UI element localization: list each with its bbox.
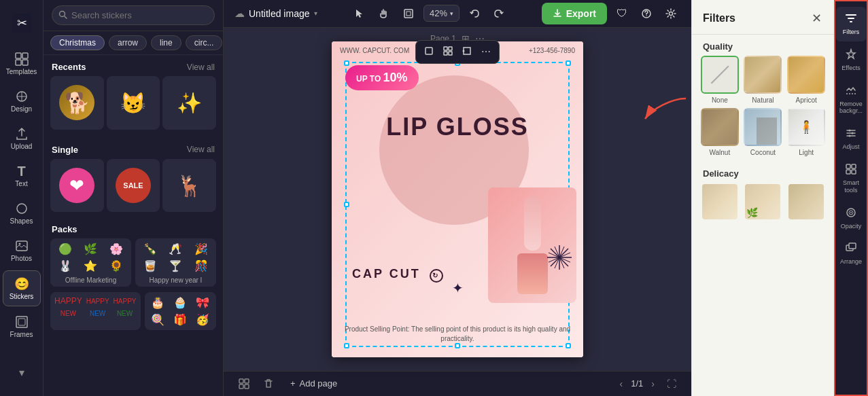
svg-point-17 bbox=[670, 12, 673, 15]
filter-coconut[interactable]: Coconut bbox=[744, 108, 783, 156]
right-icon-bar: Filters Effects Remove backgr... Ad bbox=[834, 0, 868, 396]
delete-page-btn[interactable] bbox=[259, 374, 278, 393]
frame-tool-btn[interactable] bbox=[399, 4, 418, 23]
filter-d3[interactable] bbox=[786, 183, 826, 221]
search-input[interactable] bbox=[52, 5, 215, 25]
export-btn[interactable]: Export bbox=[542, 3, 607, 24]
pack-newyear[interactable]: 🍾🥂🎉 🥃🍸🎊 Happy new year I bbox=[135, 238, 216, 287]
templates-icon bbox=[14, 52, 29, 67]
svg-point-9 bbox=[18, 243, 20, 245]
smart-tools-icon bbox=[845, 163, 857, 178]
pack-offline2[interactable]: HAPPYHAPPYHAPPY NEWNEWNEW bbox=[50, 292, 141, 330]
filter-d1[interactable] bbox=[700, 183, 740, 221]
right-icon-smart-tools[interactable]: Smart tools bbox=[836, 158, 866, 200]
svg-rect-46 bbox=[852, 170, 856, 174]
single-view-all[interactable]: View all bbox=[187, 145, 215, 154]
file-dropdown-icon: ▾ bbox=[314, 10, 317, 17]
sticker-dog[interactable]: 🐕 bbox=[50, 76, 104, 130]
right-icon-opacity[interactable]: Opacity bbox=[836, 201, 866, 236]
filter-walnut[interactable]: Walnut bbox=[700, 108, 740, 156]
sticker-cat[interactable]: 😼 bbox=[107, 76, 160, 130]
svg-rect-38 bbox=[848, 18, 854, 19]
canvas-brand: CAP CUT ↻ bbox=[352, 264, 443, 283]
float-arrange-btn[interactable] bbox=[440, 43, 455, 60]
prev-page-btn[interactable]: ‹ bbox=[617, 376, 626, 392]
tag-circ[interactable]: circ... bbox=[186, 35, 223, 50]
filter-none[interactable]: None bbox=[700, 56, 740, 104]
toolbar-right: Export 🛡 bbox=[542, 3, 680, 24]
sidebar-item-shapes[interactable]: Shapes bbox=[3, 196, 41, 230]
adjust-icon-label: Adjust bbox=[842, 143, 859, 151]
float-transform-btn[interactable] bbox=[459, 43, 474, 60]
right-icon-arrange[interactable]: Arrange bbox=[836, 236, 866, 271]
sticker-sale[interactable]: SALE bbox=[107, 159, 160, 213]
svg-rect-39 bbox=[850, 21, 852, 22]
canvas-promo-badge: UP TO 10% bbox=[345, 65, 419, 90]
opacity-icon-label: Opacity bbox=[841, 223, 862, 230]
recents-view-all[interactable]: View all bbox=[187, 62, 215, 72]
sidebar-collapse-btn[interactable]: ▾ bbox=[3, 359, 41, 385]
stickers-panel: Christmas arrow line circ... Recents Vie… bbox=[44, 0, 224, 396]
svg-rect-5 bbox=[22, 60, 28, 65]
filters-close-btn[interactable]: ✕ bbox=[810, 10, 823, 27]
hand-tool-btn[interactable] bbox=[375, 4, 394, 23]
select-tool-btn[interactable] bbox=[350, 4, 369, 23]
float-crop-btn[interactable] bbox=[421, 43, 436, 60]
sticker-heart[interactable]: ❤ bbox=[50, 159, 104, 213]
filter-natural[interactable]: Natural bbox=[744, 56, 783, 104]
sticker-reindeer[interactable]: 🦌 bbox=[162, 159, 216, 213]
sidebar-item-frames[interactable]: Frames bbox=[3, 309, 41, 344]
svg-point-16 bbox=[646, 15, 646, 16]
tag-line[interactable]: line bbox=[151, 35, 181, 50]
filter-apricot[interactable]: Apricot bbox=[786, 56, 826, 104]
filters-panel: Filters ✕ Quality None Natural Apricot bbox=[691, 0, 834, 396]
packs-grid: 🟢🌿🌸 🐰⭐🌻 Offline Marketing 🍾🥂🎉 🥃🍸🎊 Happy … bbox=[44, 238, 223, 292]
arrange-icon bbox=[845, 242, 857, 257]
tag-christmas[interactable]: Christmas bbox=[50, 35, 105, 50]
file-name-area[interactable]: ☁ Untitled image ▾ bbox=[235, 7, 317, 20]
filter-d2[interactable]: 🌿 bbox=[744, 183, 783, 221]
quality-label: Quality bbox=[692, 35, 834, 56]
filters-header: Filters ✕ bbox=[692, 0, 834, 35]
undo-btn[interactable] bbox=[465, 4, 484, 23]
filter-d1-thumb bbox=[701, 183, 739, 221]
sticker-feather[interactable]: ✨ bbox=[162, 76, 216, 130]
filter-light[interactable]: 🧍 Light bbox=[786, 108, 826, 156]
sidebar-item-text[interactable]: T Text bbox=[3, 158, 41, 193]
right-icon-effects[interactable]: Effects bbox=[836, 43, 866, 77]
canvas-design[interactable]: WWW. CAPCUT. COM +123-456-7890 UP TO 10%… bbox=[332, 41, 583, 357]
sidebar-item-upload[interactable]: Upload bbox=[3, 121, 41, 156]
svg-rect-14 bbox=[406, 12, 411, 16]
search-icon bbox=[58, 10, 67, 21]
filters-title: Filters bbox=[703, 12, 735, 24]
svg-point-42 bbox=[849, 135, 851, 137]
expand-btn[interactable]: ⛶ bbox=[663, 374, 680, 393]
right-icon-filters[interactable]: Filters bbox=[836, 7, 866, 41]
packs-grid-2: HAPPYHAPPYHAPPY NEWNEWNEW 🎂🧁🎀 🍭🎁🥳 bbox=[44, 292, 223, 336]
settings-btn[interactable] bbox=[661, 4, 680, 23]
svg-rect-20 bbox=[449, 47, 452, 50]
sidebar-item-design[interactable]: Design bbox=[3, 84, 41, 118]
canvas-starburst bbox=[546, 244, 573, 276]
right-icon-remove-bg[interactable]: Remove backgr... bbox=[836, 79, 866, 121]
thumbnail-btn[interactable] bbox=[235, 374, 254, 393]
svg-rect-33 bbox=[239, 379, 243, 383]
shield-btn[interactable]: 🛡 bbox=[612, 3, 631, 24]
help-btn[interactable] bbox=[637, 4, 656, 23]
add-page-btn[interactable]: + Add page bbox=[283, 374, 344, 393]
float-more-btn[interactable]: ⋯ bbox=[479, 43, 493, 60]
sidebar-item-stickers[interactable]: 😊 Stickers bbox=[3, 270, 41, 306]
top-toolbar: ☁ Untitled image ▾ bbox=[224, 0, 691, 28]
redo-btn[interactable] bbox=[489, 4, 508, 23]
zoom-control[interactable]: 42% ▾ bbox=[423, 5, 459, 22]
sidebar-item-photos[interactable]: Photos bbox=[3, 233, 41, 268]
pack-offline[interactable]: 🟢🌿🌸 🐰⭐🌻 Offline Marketing bbox=[50, 238, 131, 287]
next-page-btn[interactable]: › bbox=[648, 376, 657, 392]
pack-newyear2[interactable]: 🎂🧁🎀 🍭🎁🥳 bbox=[145, 292, 217, 330]
sidebar-item-templates[interactable]: Templates bbox=[3, 46, 41, 81]
canvas-description: Product Selling Point: The selling point… bbox=[338, 325, 576, 344]
tag-arrow[interactable]: arrow bbox=[109, 35, 147, 50]
filter-coconut-label: Coconut bbox=[750, 149, 776, 156]
right-icon-adjust[interactable]: Adjust bbox=[836, 122, 866, 156]
svg-rect-43 bbox=[846, 164, 850, 168]
